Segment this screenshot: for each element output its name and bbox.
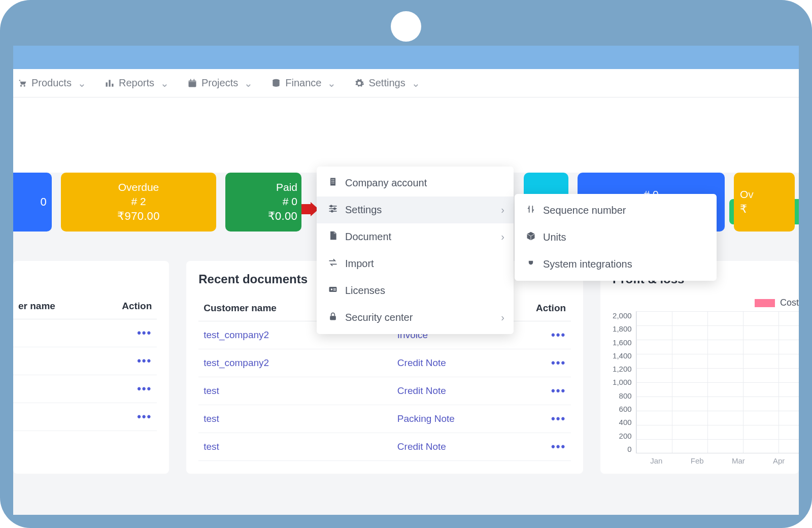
y-tick: 400	[619, 418, 632, 426]
more-icon[interactable]: •••	[137, 326, 152, 339]
cell-customer[interactable]: test	[198, 433, 325, 461]
chevron-down-icon: ⌄	[160, 77, 169, 89]
nav-products[interactable]: Products ⌄	[15, 74, 88, 92]
more-icon[interactable]: •••	[551, 384, 566, 397]
menu-label: Document	[345, 231, 391, 243]
x-tick: Apr	[773, 456, 785, 465]
more-icon[interactable]: •••	[137, 354, 152, 367]
cell-action[interactable]: •••	[91, 347, 157, 375]
table-row: test Packing Note •••	[198, 405, 571, 433]
menu-company-account[interactable]: Company account	[317, 170, 514, 196]
cell-action[interactable]: •••	[91, 375, 157, 403]
y-tick: 1,600	[613, 338, 632, 347]
tile-count: # 2	[131, 195, 146, 208]
more-icon[interactable]: •••	[551, 412, 566, 425]
menu-security-center[interactable]: Security center ›	[317, 304, 514, 331]
svg-point-18	[330, 205, 332, 207]
chart-grid: JanFebMarApr	[636, 311, 799, 453]
nav-finance[interactable]: Finance ⌄	[269, 74, 338, 92]
tile-amount: 0	[40, 195, 47, 209]
cell-document[interactable]: Credit Note	[392, 433, 512, 461]
tile-amount: ₹	[740, 203, 747, 216]
cell-customer[interactable]: test_company2	[198, 321, 325, 349]
menu-label: Licenses	[345, 285, 385, 296]
chevron-down-icon: ⌄	[244, 77, 253, 89]
svg-rect-24	[333, 290, 336, 290]
nav-settings[interactable]: Settings ⌄	[352, 74, 422, 92]
menu-settings[interactable]: Settings ›	[317, 196, 514, 223]
status-tile[interactable]: 0	[13, 173, 52, 232]
nav-projects[interactable]: Projects ⌄	[185, 74, 255, 92]
cell-document[interactable]: Credit Note	[392, 349, 512, 377]
screen: Products ⌄ Reports ⌄ Projects ⌄	[13, 46, 799, 515]
sequence-icon	[526, 204, 536, 217]
browser-topbar	[13, 46, 799, 69]
tile-title: Paid	[276, 181, 297, 193]
cell-name	[13, 319, 91, 347]
more-icon[interactable]: •••	[137, 382, 152, 395]
submenu-units[interactable]: Units	[515, 224, 717, 251]
submenu-label: Sequence number	[543, 205, 626, 216]
table-row: test Credit Note •••	[198, 377, 571, 405]
menu-import[interactable]: Import	[317, 250, 514, 277]
more-icon[interactable]: •••	[137, 410, 152, 423]
svg-rect-10	[333, 179, 334, 180]
legend-swatch-cost	[755, 299, 775, 307]
cell-action[interactable]: •••	[91, 403, 157, 431]
settings-submenu: Sequence number Units System integration…	[515, 194, 717, 281]
status-tile-paid[interactable]: Paid # 0 ₹0.00	[225, 173, 301, 232]
chevron-down-icon: ⌄	[327, 77, 336, 89]
main-navbar: Products ⌄ Reports ⌄ Projects ⌄	[13, 69, 799, 97]
profit-loss-panel: Profit & loss Cost 2,0001,8001,6001,4001…	[600, 261, 799, 474]
nav-reports[interactable]: Reports ⌄	[103, 74, 171, 92]
tile-amount: ₹970.00	[117, 210, 159, 223]
tile-amount: ₹0.00	[268, 210, 297, 223]
y-tick: 200	[619, 432, 632, 440]
nav-label: Finance	[285, 77, 321, 89]
more-icon[interactable]: •••	[551, 328, 566, 341]
svg-point-20	[331, 210, 333, 212]
camera-dot	[391, 11, 421, 42]
submenu-sequence-number[interactable]: Sequence number	[515, 197, 717, 224]
exchange-icon	[328, 257, 338, 270]
y-tick: 1,800	[613, 324, 632, 333]
svg-point-22	[331, 288, 332, 290]
table-row: •••	[13, 347, 157, 375]
cell-customer[interactable]: test	[198, 377, 325, 405]
chevron-down-icon: ⌄	[412, 77, 420, 89]
menu-label: Settings	[345, 204, 382, 216]
status-tile-overdue-2[interactable]: Ov ₹	[734, 173, 795, 232]
cube-icon	[526, 231, 536, 244]
cell-action[interactable]: •••	[512, 349, 571, 377]
plug-icon	[526, 258, 536, 271]
cell-name	[13, 403, 91, 431]
svg-rect-9	[332, 179, 333, 180]
svg-point-19	[334, 208, 335, 209]
svg-rect-12	[333, 181, 334, 182]
tile-title: Ov	[740, 188, 754, 201]
cell-document[interactable]: Credit Note	[392, 377, 512, 405]
cell-action[interactable]: •••	[91, 319, 157, 347]
cell-name	[13, 375, 91, 403]
status-tile-overdue[interactable]: Overdue # 2 ₹970.00	[61, 173, 216, 232]
chart-y-axis: 2,0001,8001,6001,4001,2001,0008006004002…	[613, 311, 636, 453]
submenu-system-integrations[interactable]: System integrations	[515, 251, 717, 278]
cell-name	[13, 347, 91, 375]
cell-document[interactable]: Packing Note	[392, 405, 512, 433]
cell-customer[interactable]: test	[198, 405, 325, 433]
submenu-label: System integrations	[543, 258, 632, 270]
cell-action[interactable]: •••	[512, 405, 571, 433]
more-icon[interactable]: •••	[551, 440, 566, 453]
menu-licenses[interactable]: Licenses	[317, 277, 514, 304]
table-row: •••	[13, 319, 157, 347]
cell-number	[325, 433, 392, 461]
more-icon[interactable]: •••	[551, 356, 566, 369]
nav-label: Reports	[119, 77, 154, 89]
menu-document[interactable]: Document ›	[317, 223, 514, 250]
cell-customer[interactable]: test_company2	[198, 349, 325, 377]
cell-action[interactable]: •••	[512, 321, 571, 349]
x-tick: Mar	[732, 456, 745, 465]
cell-action[interactable]: •••	[512, 377, 571, 405]
cell-action[interactable]: •••	[512, 433, 571, 461]
y-tick: 1,000	[613, 378, 632, 386]
